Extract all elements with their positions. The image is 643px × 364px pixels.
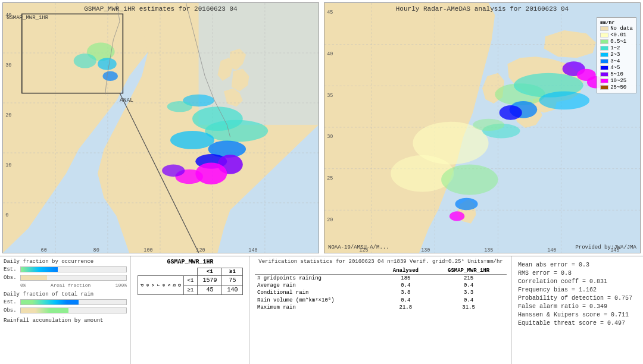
maps-section: GSMAP_MWR_1HR estimates for 20160623 04 … xyxy=(0,0,643,256)
occurrence-est-bar xyxy=(21,267,58,272)
right-map-attribution: Provided by:JWA/JMA xyxy=(575,244,636,250)
col-header-gsmap: GSMAP_MWR_1HR xyxy=(430,267,507,275)
svg-text:80: 80 xyxy=(93,247,99,253)
svg-point-24 xyxy=(162,164,185,176)
svg-text:ANAL: ANAL xyxy=(120,97,133,103)
bar-charts: Daily fraction by occurrence Est. Obs. 0… xyxy=(0,256,131,364)
svg-text:35: 35 xyxy=(327,93,333,99)
hanssen-kuipers: Hanssen & Kuipers score = 0.711 xyxy=(518,312,637,318)
svg-point-29 xyxy=(98,58,117,70)
col-ge1: ≥1 xyxy=(222,268,243,276)
left-map-label: GSMAP_MWR_1HR xyxy=(7,15,48,21)
verif-row: Average rain 0.4 0.4 xyxy=(255,282,507,289)
right-map-panel: Hourly Radar-AMeDAS analysis for 2016062… xyxy=(324,2,641,253)
verif-row-label: Rain volume (mm*km²×10⁶) xyxy=(255,296,381,304)
legend: mm/hr No data <0.01 0.5~1 1~2 2~3 3~4 4~… xyxy=(597,17,636,93)
occurrence-obs-bar xyxy=(21,275,47,280)
verif-title: Verification statistics for 20160623 04 … xyxy=(255,259,507,265)
bar-chart-title-2: Daily fraction of total rain xyxy=(4,291,127,297)
svg-point-58 xyxy=(539,92,589,110)
stats-section: Daily fraction by occurrence Est. Obs. 0… xyxy=(0,256,643,364)
bar-axis-1: 0% Areal fraction 100% xyxy=(20,283,127,288)
obs-label-2: Obs. xyxy=(4,307,20,313)
col-header-analysed: Analysed xyxy=(381,267,431,275)
left-map-svg: 40 30 20 10 0 60 80 100 120 140 ANAL xyxy=(3,3,319,253)
rain-est-row: Est. xyxy=(4,299,127,306)
est-label-2: Est. xyxy=(4,299,20,305)
verif-row-gsmap: 0.4 xyxy=(430,296,507,304)
verif-row-label: # gridpoints raining xyxy=(255,275,381,283)
svg-point-28 xyxy=(74,54,96,68)
verif-row-label: Maximum rain xyxy=(255,304,381,311)
bar-chart-title-3: Rainfall accumulation by amount xyxy=(4,318,127,324)
cell-lt1-lt1: 1579 xyxy=(198,276,222,285)
svg-point-65 xyxy=(450,211,464,221)
verif-stats: Verification statistics for 20160623 04 … xyxy=(250,256,512,364)
svg-text:135: 135 xyxy=(484,247,493,253)
verif-row: # gridpoints raining 185 215 xyxy=(255,275,507,283)
false-alarm-ratio: False alarm ratio = 0.349 xyxy=(518,303,637,310)
svg-point-60 xyxy=(500,105,522,120)
main-container: GSMAP_MWR_1HR estimates for 20160623 04 … xyxy=(0,0,643,364)
occurrence-obs-row: Obs. xyxy=(4,274,127,281)
svg-point-30 xyxy=(102,71,117,81)
svg-point-26 xyxy=(167,101,192,112)
verif-row-gsmap: 215 xyxy=(430,275,507,283)
row-lt1-label: <1 xyxy=(183,276,198,285)
rain-est-bar xyxy=(21,300,79,305)
svg-text:20: 20 xyxy=(5,112,11,118)
rain-est-bar-container xyxy=(20,299,127,305)
svg-point-18 xyxy=(170,131,214,149)
svg-text:30: 30 xyxy=(327,134,333,140)
svg-text:130: 130 xyxy=(421,247,430,253)
svg-point-55 xyxy=(441,164,498,194)
row-ge1-label: ≥1 xyxy=(183,285,198,295)
verif-row-label: Conditional rain xyxy=(255,289,381,296)
right-map-svg: 45 40 35 30 25 20 125 130 135 140 145 xyxy=(324,3,640,253)
occurrence-est-bar-container xyxy=(20,266,127,272)
verif-row: Maximum rain 21.8 31.5 xyxy=(255,304,507,311)
obs-side-label: Observed xyxy=(138,276,183,295)
verif-row-gsmap: 3.3 xyxy=(430,289,507,296)
svg-text:30: 30 xyxy=(5,62,11,68)
obs-label-1: Obs. xyxy=(4,275,20,281)
contingency-title: GSMAP_MWR_1HR xyxy=(136,259,245,265)
verif-row: Rain volume (mm*km²×10⁶) 0.4 0.4 xyxy=(255,296,507,304)
bar-chart-title-1: Daily fraction by occurrence xyxy=(4,259,127,265)
svg-point-67 xyxy=(473,119,504,131)
svg-text:140: 140 xyxy=(547,247,556,253)
occurrence-obs-bar-container xyxy=(20,275,127,281)
rain-obs-row: Obs. xyxy=(4,307,127,314)
verif-row-analysed: 21.8 xyxy=(381,304,431,311)
verif-row: Conditional rain 3.8 3.3 xyxy=(255,289,507,296)
svg-text:25: 25 xyxy=(327,175,333,181)
rain-obs-bar-container xyxy=(20,307,127,313)
correlation-coeff: Correlation coeff = 0.831 xyxy=(518,278,637,285)
left-map-panel: GSMAP_MWR_1HR estimates for 20160623 04 … xyxy=(2,2,319,253)
svg-rect-4 xyxy=(199,3,319,125)
col-header-empty xyxy=(255,267,381,275)
verif-data-table: Analysed GSMAP_MWR_1HR # gridpoints rain… xyxy=(255,267,507,311)
mean-abs-error: Mean abs error = 0.3 xyxy=(518,262,637,268)
right-map-source: NOAA-19/AMSU-A/M... xyxy=(328,244,389,250)
cell-lt1-ge1: 75 xyxy=(222,276,243,285)
verif-row-label: Average rain xyxy=(255,282,381,289)
freq-bias: Frequency bias = 1.162 xyxy=(518,287,637,293)
svg-text:40: 40 xyxy=(327,51,333,57)
metrics-panel: Mean abs error = 0.3 RMS error = 0.8 Cor… xyxy=(512,256,643,364)
svg-text:120: 120 xyxy=(196,247,205,253)
contingency-data-table: <1 ≥1 Observed <1 1579 75 ≥1 45 140 xyxy=(138,268,244,295)
occurrence-est-row: Est. xyxy=(4,266,127,273)
est-label-1: Est. xyxy=(4,266,20,272)
svg-text:100: 100 xyxy=(143,247,152,253)
verif-row-gsmap: 0.4 xyxy=(430,282,507,289)
cell-ge1-lt1: 45 xyxy=(198,285,222,295)
verif-row-gsmap: 31.5 xyxy=(430,304,507,311)
verif-row-analysed: 3.8 xyxy=(381,289,431,296)
svg-text:10: 10 xyxy=(5,162,11,168)
equitable-threat: Equitable threat score = 0.497 xyxy=(518,320,637,327)
verif-row-analysed: 185 xyxy=(381,275,431,283)
svg-point-64 xyxy=(455,198,477,210)
svg-text:20: 20 xyxy=(327,217,333,223)
rain-obs-bar xyxy=(21,308,68,313)
